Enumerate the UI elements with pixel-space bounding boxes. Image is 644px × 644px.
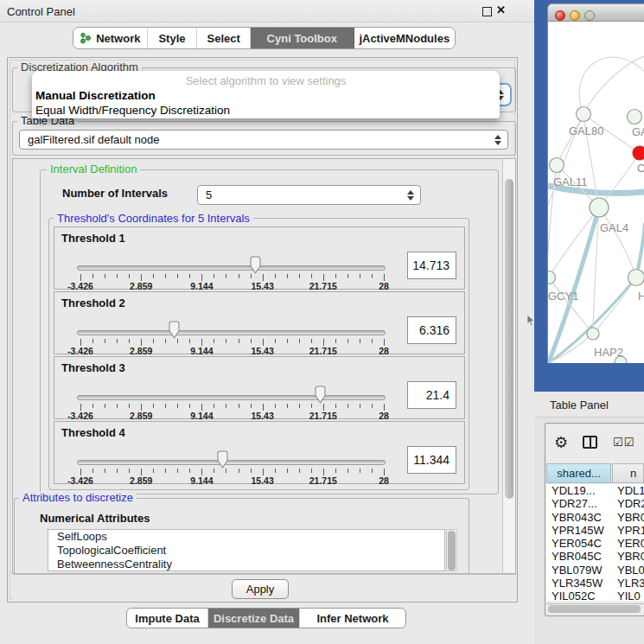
network-node-c[interactable] (633, 146, 644, 160)
table-row[interactable]: YBR045CYBR0 (546, 550, 644, 563)
algorithm-option-equal-width[interactable]: Equal Width/Frequency Discretization (35, 104, 230, 117)
tick-mark (165, 469, 166, 473)
thresholds-group-title: Threshold's Coordinates for 5 Intervals (54, 213, 253, 225)
apply-button[interactable]: Apply (232, 579, 289, 599)
cell-shared-name[interactable]: YIL052C (546, 590, 612, 601)
cell-shared-name[interactable]: YER054C (546, 537, 612, 550)
minimize-traffic-light[interactable] (570, 10, 580, 21)
cell-shared-name[interactable]: YDL19... (546, 484, 612, 497)
network-window-titlebar[interactable] (548, 4, 644, 22)
network-canvas[interactable]: GAL80GACGAL11GAL4GCY1HHAP2 (548, 22, 644, 363)
cell-name[interactable]: YDL1 (612, 484, 644, 497)
threshold-3-slider-track[interactable] (77, 395, 386, 400)
tick-mark (239, 469, 239, 473)
tick-mark (189, 274, 190, 278)
tick-mark (348, 469, 348, 473)
network-node-hap2[interactable] (587, 328, 599, 340)
cell-name[interactable]: YLR3 (612, 577, 644, 590)
attribute-list-item[interactable]: TopologicalCoefficient (48, 544, 444, 558)
network-node-gal4[interactable] (590, 198, 609, 217)
checkbox-icons[interactable]: ☑☑ (613, 436, 634, 449)
tab-select[interactable]: Select (197, 28, 251, 48)
table-row[interactable]: YBL079WYBL0 (546, 564, 644, 577)
network-node-h[interactable] (628, 270, 644, 286)
network-node-ga[interactable] (628, 110, 642, 124)
algorithm-option-manual[interactable]: Manual Discretization (35, 89, 156, 102)
cell-name[interactable]: YBR0 (612, 511, 644, 524)
close-icon[interactable]: ✕ (496, 3, 506, 16)
cell-shared-name[interactable]: YBL079W (546, 564, 612, 577)
cell-shared-name[interactable]: YDR27... (546, 497, 612, 510)
cell-name[interactable]: YDR2 (612, 497, 644, 510)
network-node-label: GAL11 (553, 175, 588, 188)
threshold-2-value-field[interactable] (407, 316, 456, 344)
cell-name[interactable]: YBL0 (612, 564, 644, 577)
tab-jactivemnodules[interactable]: jActiveMNodules (354, 28, 455, 48)
network-node[interactable] (615, 356, 627, 363)
cell-name[interactable]: YIL0 (612, 590, 644, 601)
settings-scrollbar-thumb[interactable] (505, 179, 513, 499)
table-row[interactable]: YPR145WYPR1 (546, 524, 644, 537)
threshold-4-slider-track[interactable] (77, 460, 386, 465)
tick-label: -3.426 (61, 475, 100, 486)
network-node-gal80[interactable] (577, 107, 591, 122)
tick-label: 9.144 (182, 281, 221, 291)
threshold-1-value-field[interactable] (407, 252, 456, 279)
tick-mark (335, 469, 336, 473)
network-node-label: GAL4 (600, 221, 628, 234)
number-of-intervals-combobox[interactable]: 5 (197, 185, 421, 205)
table-row[interactable]: YLR345WYLR3 (546, 577, 644, 590)
table-row[interactable]: YER054CYER0 (546, 537, 644, 550)
tab-cyni-toolbox[interactable]: Cyni Toolbox (251, 28, 354, 48)
threshold-2-slider-thumb[interactable] (168, 321, 181, 339)
tab-discretize-data[interactable]: Discretize Data (208, 609, 300, 628)
cell-shared-name[interactable]: YBR043C (546, 511, 612, 524)
threshold-1-slider-track[interactable] (77, 265, 386, 271)
zoom-traffic-light[interactable] (584, 10, 595, 21)
tab-network[interactable]: Network (73, 28, 148, 48)
cell-shared-name[interactable]: YLR345W (546, 577, 612, 590)
threshold-1-slider-thumb[interactable] (249, 256, 262, 274)
tick-mark (251, 404, 252, 408)
tick-mark (275, 469, 276, 473)
tab-impute-data[interactable]: Impute Data (127, 609, 208, 628)
threshold-3-value-field[interactable] (407, 381, 456, 409)
tick-mark (201, 339, 202, 346)
table-data-combobox[interactable]: galFiltered.sif default node (19, 130, 508, 150)
network-node-gal11[interactable] (550, 158, 564, 173)
close-traffic-light[interactable] (555, 10, 565, 21)
threshold-4-value-field[interactable] (407, 446, 456, 474)
attribute-list-item[interactable]: SelfLoops (48, 530, 444, 544)
cell-name[interactable]: YER0 (612, 537, 644, 550)
tick-mark (117, 274, 118, 278)
tick-mark (92, 274, 93, 278)
table-row[interactable]: YIL052CYIL0 (546, 590, 644, 601)
cell-name[interactable]: YBR0 (612, 550, 644, 563)
threshold-2-slider-track[interactable] (77, 330, 386, 335)
tick-mark (141, 339, 142, 346)
tick-mark (372, 404, 373, 408)
attributes-scrollbar-thumb[interactable] (448, 531, 456, 571)
gear-icon[interactable]: ⚙ (554, 433, 568, 452)
tab-infer-network[interactable]: Infer Network (300, 609, 405, 628)
column-layout-icon[interactable] (583, 436, 597, 449)
tick-mark (299, 404, 300, 408)
tab-style[interactable]: Style (148, 28, 198, 48)
tick-mark (80, 274, 81, 281)
cell-shared-name[interactable]: YBR045C (546, 550, 612, 563)
table-row[interactable]: YBR043CYBR0 (546, 511, 644, 524)
column-header-shared-name[interactable]: shared... (546, 463, 611, 483)
network-node-gcy1[interactable] (548, 271, 556, 284)
cell-name[interactable]: YPR1 (612, 524, 644, 537)
threshold-3-slider-thumb[interactable] (314, 386, 327, 404)
threshold-4-slider-thumb[interactable] (216, 450, 229, 469)
number-of-intervals-value: 5 (206, 188, 212, 201)
cell-shared-name[interactable]: YPR145W (546, 524, 612, 537)
attribute-list-item[interactable]: BetweennessCentrality (48, 558, 444, 571)
tick-mark (263, 274, 264, 281)
column-header-name[interactable]: n (612, 463, 644, 483)
table-hscrollbar-thumb[interactable] (548, 605, 641, 613)
table-row[interactable]: YDL19...YDL1 (546, 484, 644, 497)
table-row[interactable]: YDR27...YDR2 (546, 497, 644, 510)
float-window-icon[interactable] (482, 7, 492, 16)
